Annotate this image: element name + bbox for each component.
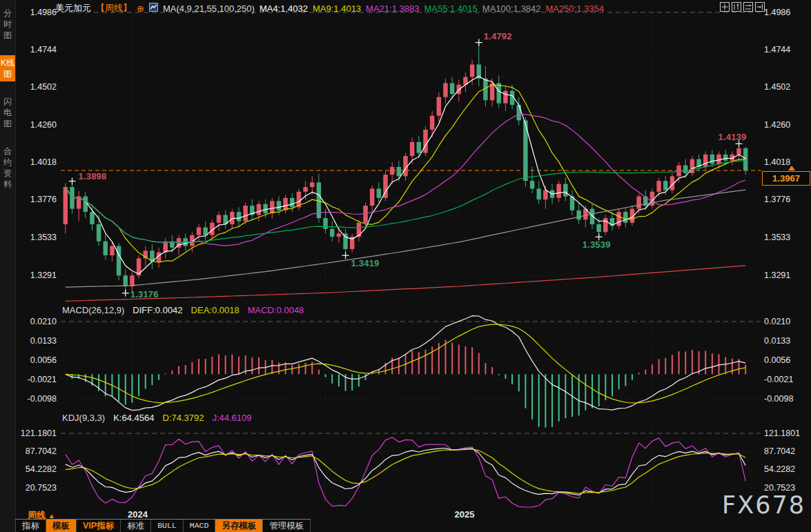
axis-tick-label: -0.0021 <box>764 375 807 384</box>
tab-bull[interactable]: BULL <box>151 520 184 532</box>
macd-panel-header: MACD(26,12,9) DIFF:0.0042 DEA:0.0018 MAC… <box>62 305 304 315</box>
add-indicator-icon[interactable]: ⊕ <box>137 3 144 14</box>
chart-header: 美元加元 【周线】 ⊕ MA(4,9,21,55,100,250) MA4:1.… <box>55 2 604 14</box>
ma100-value: MA100:1.3842 <box>482 3 541 14</box>
price-annotation: 1.4139 <box>719 132 747 142</box>
axis-tick-label: 54.2282 <box>764 464 807 474</box>
kdj-title[interactable]: KDJ(9,3,3) <box>62 413 105 423</box>
price-annotation: 1.3176 <box>130 289 159 299</box>
price-annotation: 1.3419 <box>351 258 380 268</box>
macd-macd-value: MACD:0.0048 <box>248 305 304 315</box>
axis-tick-label: 1.4744 <box>19 45 57 55</box>
x-axis-year-label: 2025 <box>454 509 474 520</box>
axis-tick-label: -0.0098 <box>19 394 57 404</box>
price-up-arrow-icon <box>788 166 795 170</box>
macd-diff-value: DIFF:0.0042 <box>133 305 182 315</box>
ma-settings-label[interactable]: MA(4,9,21,55,100,250) <box>163 3 255 14</box>
axis-tick-label: -0.0021 <box>19 375 57 384</box>
pan-tool-icon[interactable] <box>720 2 730 12</box>
axis-tick-label: 1.3776 <box>19 195 57 204</box>
axis-tick-label: 0.0133 <box>764 336 807 346</box>
axis-tick-label: 1.4986 <box>764 8 807 17</box>
price-chart-canvas[interactable] <box>0 0 811 532</box>
x-axis-year-label: 2024 <box>128 509 148 520</box>
ma250-value: MA250:1.3354 <box>545 3 604 14</box>
jump-to-latest-icon[interactable] <box>755 2 765 12</box>
price-annotation: 1.4792 <box>484 31 512 41</box>
tab-manage-templates[interactable]: 管理模板 <box>263 520 311 532</box>
axis-tick-label: 54.2282 <box>19 464 57 474</box>
axis-tick-label: 1.4018 <box>19 157 57 167</box>
ma4-value: MA4:1.4032 <box>260 3 308 14</box>
axis-tick-label: 0.0056 <box>764 355 807 365</box>
macd-title[interactable]: MACD(26,12,9) <box>62 305 124 315</box>
axis-tick-label: 87.7042 <box>764 446 807 456</box>
period-badge: 【周线】 <box>96 2 132 14</box>
vertical-scale-icon[interactable] <box>732 2 741 12</box>
tab-indicators[interactable]: 指标 <box>15 520 46 532</box>
axis-tick-label: 87.7042 <box>19 446 57 456</box>
kdj-j-value: J:44.6109 <box>212 413 251 423</box>
price-annotation: 1.3539 <box>583 239 611 250</box>
axis-tick-label: 0.0210 <box>764 317 807 326</box>
kdj-k-value: K:64.4564 <box>113 413 154 423</box>
tab-templates[interactable]: 模板 <box>46 520 77 532</box>
ma21-value: MA21:1.3883 <box>366 3 419 14</box>
horizontal-scale-icon[interactable] <box>743 2 753 12</box>
axis-tick-label: 20.7523 <box>764 483 807 493</box>
axis-tick-label: -0.0098 <box>764 394 807 404</box>
axis-tick-label: 1.4502 <box>764 82 807 92</box>
sidebar-item-timeline-chart[interactable]: 分时图 <box>0 6 15 43</box>
chart-control-buttons <box>720 2 765 12</box>
axis-tick-label: 1.4260 <box>19 120 57 130</box>
axis-tick-label: 1.4260 <box>764 120 807 130</box>
chart-type-icon[interactable] <box>149 3 158 14</box>
tab-save-template[interactable]: 另存模板 <box>215 520 263 532</box>
axis-tick-label: 1.3533 <box>19 233 57 242</box>
tab-vip-indicators[interactable]: VIP指标 <box>77 520 121 532</box>
fx678-watermark: FX678 <box>722 491 805 519</box>
kdj-d-value: D:74.3792 <box>162 413 204 423</box>
current-price-tag: 1.3967 <box>762 171 810 186</box>
axis-tick-label: 1.3291 <box>764 270 807 280</box>
ma9-value: MA9:1.4013 <box>313 3 361 14</box>
price-annotation: 1.3898 <box>78 171 106 181</box>
ma55-value: MA55:1.4015 <box>424 3 477 14</box>
axis-tick-label: 1.4986 <box>19 8 57 17</box>
trading-app-window: 分时图 K线图 闪电图 合约资料 美元加元 【周线】 ⊕ MA(4,9,21,5… <box>0 0 811 532</box>
axis-tick-label: 20.7523 <box>19 483 57 493</box>
axis-tick-label: 0.0210 <box>19 317 57 326</box>
axis-tick-label: 1.4502 <box>19 82 57 92</box>
tab-standard[interactable]: 标准 <box>121 520 151 532</box>
tab-macd[interactable]: MACD <box>184 520 216 532</box>
axis-tick-label: 121.1801 <box>764 428 807 438</box>
sidebar-item-candlestick-chart[interactable]: K线图 <box>0 55 15 81</box>
axis-tick-label: 121.1801 <box>19 428 57 438</box>
kdj-panel-header: KDJ(9,3,3) K:64.4564 D:74.3792 J:44.6109 <box>62 413 252 423</box>
axis-tick-label: 1.3533 <box>764 233 807 242</box>
bottom-toolbar: 指标 模板 VIP指标 标准 BULL MACD 另存模板 管理模板 <box>15 519 311 532</box>
axis-tick-label: 1.3776 <box>764 195 807 204</box>
axis-tick-label: 1.4018 <box>764 157 807 167</box>
axis-tick-label: 1.4744 <box>764 45 807 55</box>
symbol-name: 美元加元 <box>55 2 91 14</box>
sidebar-item-lightning-chart[interactable]: 闪电图 <box>0 94 15 131</box>
axis-tick-label: 0.0056 <box>19 355 57 365</box>
chart-mode-sidebar: 分时图 K线图 闪电图 合约资料 <box>0 0 16 532</box>
sidebar-item-contract-info[interactable]: 合约资料 <box>0 144 15 192</box>
axis-tick-label: 1.3291 <box>19 270 57 280</box>
macd-dea-value: DEA:0.0018 <box>191 305 240 315</box>
axis-tick-label: 0.0133 <box>19 336 57 346</box>
